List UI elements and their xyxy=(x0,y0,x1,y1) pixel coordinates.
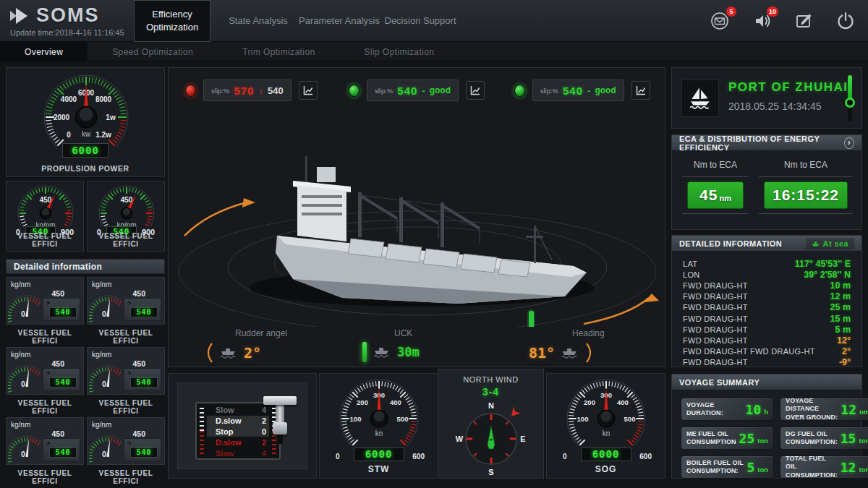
gauge-title: VESSEL FUEL EFFICI xyxy=(87,469,165,485)
power-icon[interactable] xyxy=(835,10,856,32)
info-row: FWD DRAUG-HT15 m xyxy=(672,313,861,324)
svg-text:500: 500 xyxy=(624,415,636,423)
arc-right-icon xyxy=(585,342,595,364)
fuel-readout: 540 xyxy=(130,448,158,458)
trend-chart-button[interactable] xyxy=(631,81,650,100)
subtab-speed-optimization[interactable]: Speed Optimization xyxy=(88,42,218,61)
voyage-summary-header: VOYAGE SUMMARY xyxy=(672,374,861,390)
soms-dashboard: SOMS Update time:2018-4-16 11:16:45 Effi… xyxy=(0,0,868,488)
voyage-stat-box: BOILER FUEL OIL CONSUMPTION:5ton xyxy=(681,455,774,479)
subtab-trim-optimization[interactable]: Trim Optimization xyxy=(218,42,339,61)
sound-icon[interactable]: 10 xyxy=(751,10,773,32)
lever-handle[interactable] xyxy=(263,396,297,405)
voyage-stat-box: VOYAGE DURATION:10h xyxy=(681,398,774,421)
gauge-title: SOG xyxy=(547,464,665,474)
tab-efficiency-optimization[interactable]: Efficiency Optimization xyxy=(134,0,210,42)
slip-value: 540 xyxy=(563,85,583,97)
gauge-min: 0 xyxy=(102,380,106,388)
svg-text:kg/nm: kg/nm xyxy=(116,221,136,226)
svg-text:100: 100 xyxy=(577,415,589,423)
slip-indicator: slip:% 540 - good xyxy=(499,80,665,101)
small-gauge-tile: kg/nm4500540 xyxy=(87,277,165,325)
info-label: FWD DRAUG-HT xyxy=(683,314,830,323)
trend-chart-button[interactable] xyxy=(466,81,485,100)
info-value: 15 m xyxy=(830,314,851,324)
voyage-stat-unit: ton xyxy=(859,437,868,445)
eca-header-label: ECA & DISTRIBUTION OF ENERGY EFFICIENCY xyxy=(679,134,844,152)
eca-label: Nm to ECA xyxy=(682,160,749,170)
tab-parameter-analysis[interactable]: Parameter Analysis xyxy=(299,0,380,42)
chevron-right-icon[interactable]: › xyxy=(844,137,854,149)
logo-text: SOMS xyxy=(36,4,100,27)
sailboat-icon xyxy=(681,80,719,117)
subtab-slip-optimization[interactable]: Slip Optimization xyxy=(340,42,459,61)
brand: SOMS Update time:2018-4-16 11:16:45 xyxy=(10,4,124,37)
slip-indicator: slip:% 540 - good xyxy=(334,80,500,101)
slip-indicators: slip:% 570 ↑ 540 slip:% 540 - xyxy=(169,80,665,101)
gauge-title: VESSEL FUEL EFFICI xyxy=(87,399,165,415)
tab-decision-support[interactable]: Decision Support xyxy=(380,0,461,42)
gauge-title: VESSEL FUEL EFFICI xyxy=(6,469,84,485)
arc-left-icon xyxy=(203,342,213,364)
telegraph-lever[interactable] xyxy=(263,396,297,450)
gauge-max: 450 xyxy=(51,359,64,368)
slip-label: slip:% xyxy=(211,87,229,95)
dash: - xyxy=(422,85,425,96)
info-label: FWD DRAUG-HT xyxy=(683,303,830,312)
rudder-angle-value: 2° xyxy=(244,344,261,361)
sog-dial: 100200300400500kn xyxy=(547,377,666,449)
app-header: SOMS Update time:2018-4-16 11:16:45 Effi… xyxy=(0,0,868,42)
gauge-min: 0 xyxy=(563,453,567,461)
soms-logo-icon xyxy=(10,7,30,25)
status-light-alarm xyxy=(185,85,196,97)
sog-gauge-panel: 100200300400500kn 0 600 6000 SOG xyxy=(546,373,665,479)
voyage-stat-value: 12 xyxy=(841,460,856,475)
svg-text:kn: kn xyxy=(375,429,383,437)
uck-stat: UCK 30m xyxy=(362,328,471,362)
update-time: Update time:2018-4-16 11:16:45 xyxy=(10,28,124,37)
digital-readout-box: 540 xyxy=(124,438,161,461)
compass-north-label: N xyxy=(488,401,494,410)
info-value: 2° xyxy=(842,346,851,356)
slip-readout: slip:% 540 - good xyxy=(367,80,459,101)
mail-icon[interactable]: 5 xyxy=(709,10,731,32)
svg-text:400: 400 xyxy=(390,398,401,406)
fuel-efficiency-gauge-tile: kg/nm4500540VESSEL FUEL EFFICI xyxy=(87,417,165,484)
dash: - xyxy=(587,85,590,96)
slider-knob[interactable] xyxy=(845,98,855,108)
line-chart-icon xyxy=(469,85,481,96)
compose-icon[interactable] xyxy=(793,10,814,32)
detailed-information-header: DETAILED INFORMATION At sea xyxy=(672,236,861,252)
eca-distance-readout: 45nm xyxy=(687,181,744,209)
port-info-panel: PORT OF ZHUHAI 2018.05.25 14:34:45 xyxy=(671,67,862,129)
eca-body: Nm to ECA 45nm Nm to ECA 16:15:22 xyxy=(672,151,861,223)
telegraph-scale-left xyxy=(200,408,204,454)
vessel-fuel-efficiency-gauge: 450kg/nm 0 540 900 VESSEL FUEL EFFICI xyxy=(87,181,165,252)
fuel-efficiency-dial: 450kg/nm xyxy=(8,183,83,226)
wind-title: NORTH WIND xyxy=(438,375,543,384)
wind-direction-arrow xyxy=(508,406,521,419)
compass-west-label: W xyxy=(456,435,464,443)
trend-chart-button[interactable] xyxy=(299,81,318,100)
digital-readout-box: 540 xyxy=(43,368,80,391)
tab-state-analysis[interactable]: State Analysis xyxy=(218,0,299,42)
info-row: FWD DRAUG-HT10 m xyxy=(672,280,861,291)
sog-readout: 6000 xyxy=(581,448,631,461)
fuel-readout: 540 xyxy=(130,307,158,317)
subtab-overview[interactable]: Overview xyxy=(0,42,88,61)
stat-label: Rudder angel xyxy=(203,328,348,338)
detailed-information-panel: DETAILED INFORMATION At sea LAT117° 45'5… xyxy=(671,235,862,367)
screw-icon xyxy=(46,301,51,306)
slip-indicator: slip:% 570 ↑ 540 xyxy=(169,80,334,101)
ship-3d-view xyxy=(169,106,666,327)
telegraph-row: D.slow2 xyxy=(207,416,269,427)
info-value: 25 m xyxy=(830,302,851,312)
info-row: FWD DRAUG-HT-9° xyxy=(672,357,861,368)
vertical-slider[interactable] xyxy=(848,75,852,121)
rudder-angle-stat: Rudder angel 2° xyxy=(203,328,348,364)
screw-icon xyxy=(127,371,132,376)
lever-grip[interactable] xyxy=(273,422,287,435)
gauge-min: 0 xyxy=(21,309,25,318)
digital-readout-box: 540 xyxy=(43,298,80,321)
slip-quality: good xyxy=(430,85,451,95)
